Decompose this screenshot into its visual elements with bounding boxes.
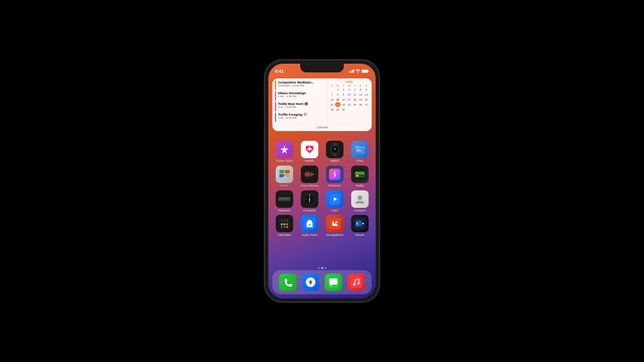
health-icon xyxy=(301,141,318,158)
work-icon xyxy=(276,166,293,183)
app-watch[interactable]: Watch xyxy=(323,141,346,163)
shortcuts-icon xyxy=(326,166,343,183)
svg-rect-29 xyxy=(311,172,312,177)
calendar-mini: JUNE S M T W T F S 1 2 3 4 xyxy=(328,78,372,124)
wallet-icon xyxy=(351,166,369,183)
app-itunes-store-label: iTunes Store xyxy=(276,159,293,163)
battery-icon xyxy=(362,69,369,73)
svg-rect-26 xyxy=(308,171,309,178)
app-shortcuts[interactable]: Shortcuts xyxy=(323,166,346,188)
svg-rect-78 xyxy=(356,221,362,227)
page-dot-3 xyxy=(325,267,326,269)
svg-rect-39 xyxy=(359,175,364,177)
calendar-widget[interactable]: Competitive Meditatio... 10:30 AM – 12:3… xyxy=(272,78,372,131)
dock-app-messages[interactable] xyxy=(325,274,342,291)
app-voice-memos[interactable]: Voice Memos xyxy=(298,166,321,188)
app-apple-store[interactable]: Apple Store xyxy=(298,215,321,237)
svg-rect-22 xyxy=(304,174,305,175)
calendar-widget-label[interactable]: Calendar xyxy=(272,124,372,131)
svg-rect-1 xyxy=(362,70,368,72)
app-imovie-label: iMovie xyxy=(355,233,364,237)
phone-screen: 9:41 xyxy=(268,64,376,298)
app-wallet[interactable]: Wallet xyxy=(348,166,372,188)
calendar-event: Truffle Foraging 🍄 5:30 – 6:45 PM xyxy=(275,113,325,122)
messages-icon xyxy=(325,274,342,291)
svg-point-90 xyxy=(353,284,355,286)
app-imovie[interactable]: iMovie xyxy=(348,215,372,237)
svg-rect-17 xyxy=(279,174,284,177)
svg-rect-7 xyxy=(333,154,336,156)
app-garageband-label: GarageBand xyxy=(326,233,343,237)
svg-rect-23 xyxy=(305,173,306,176)
voice-memos-icon xyxy=(301,166,318,183)
svg-rect-45 xyxy=(285,197,285,200)
svg-point-57 xyxy=(309,198,310,200)
svg-point-91 xyxy=(357,283,359,285)
svg-rect-43 xyxy=(282,197,282,200)
page-dot-1 xyxy=(318,267,320,269)
app-itunes-store[interactable]: iTunes Store xyxy=(272,141,296,163)
dock-app-safari[interactable] xyxy=(302,274,319,291)
app-files[interactable]: Files xyxy=(348,141,372,163)
svg-rect-31 xyxy=(313,174,314,175)
svg-rect-25 xyxy=(307,172,308,176)
dock-app-music[interactable] xyxy=(347,274,365,291)
dock xyxy=(272,270,372,294)
imovie-icon xyxy=(351,215,369,232)
svg-rect-2 xyxy=(368,70,369,72)
calendar-event: Competitive Meditatio... 10:30 AM – 12:3… xyxy=(275,80,325,90)
app-health[interactable]: Health xyxy=(298,141,321,163)
svg-rect-30 xyxy=(312,173,313,176)
status-icons xyxy=(349,69,369,73)
app-contacts-label: Contacts xyxy=(354,209,366,213)
music-icon xyxy=(347,274,365,291)
garageband-icon xyxy=(326,215,343,232)
app-apple-store-label: Apple Store xyxy=(302,233,317,237)
app-measure[interactable]: Measure xyxy=(272,190,296,213)
svg-point-65 xyxy=(281,223,283,225)
phone-device: 9:41 xyxy=(265,60,379,302)
watch-icon xyxy=(326,141,343,158)
app-clips[interactable]: Clips xyxy=(323,190,346,213)
calendar-events: Competitive Meditatio... 10:30 AM – 12:3… xyxy=(272,78,328,124)
app-compass[interactable]: N E S W Compass xyxy=(298,190,321,213)
apple-store-icon xyxy=(301,215,318,232)
svg-point-67 xyxy=(286,223,288,225)
svg-rect-14 xyxy=(357,150,361,151)
app-calculator[interactable]: 0 Calculator xyxy=(272,215,296,237)
app-clips-label: Clips xyxy=(331,209,338,213)
dock-app-phone[interactable] xyxy=(279,274,297,291)
itunes-store-icon xyxy=(276,141,293,158)
app-work[interactable]: Work xyxy=(272,166,296,188)
calendar-event: Hikaru Dorodango 1:30 – 2:15 PM xyxy=(275,91,325,101)
app-garageband[interactable]: GarageBand xyxy=(323,215,346,237)
svg-rect-27 xyxy=(309,173,310,176)
svg-rect-32 xyxy=(314,174,315,175)
svg-rect-74 xyxy=(309,224,310,226)
page-dots xyxy=(268,267,376,269)
svg-rect-46 xyxy=(286,197,286,199)
svg-rect-89 xyxy=(351,277,362,288)
contacts-icon xyxy=(351,190,369,208)
svg-point-69 xyxy=(283,226,285,228)
app-measure-label: Measure xyxy=(278,209,290,213)
svg-point-76 xyxy=(335,221,337,223)
svg-marker-3 xyxy=(280,145,288,154)
svg-point-66 xyxy=(283,223,285,225)
app-work-label: Work xyxy=(281,184,288,188)
svg-rect-6 xyxy=(333,143,336,145)
svg-rect-36 xyxy=(355,172,365,174)
files-icon xyxy=(351,141,369,158)
svg-point-70 xyxy=(286,226,288,228)
app-calculator-label: Calculator xyxy=(277,233,291,237)
svg-rect-16 xyxy=(285,170,289,173)
svg-rect-47 xyxy=(287,197,288,200)
notch xyxy=(300,64,344,72)
app-grid: iTunes Store Health xyxy=(272,141,372,237)
calendar-event: Teddy Bear Hunt 🐻 3:30 – 4:30 PM xyxy=(275,102,325,111)
svg-rect-15 xyxy=(279,170,284,173)
app-compass-label: Compass xyxy=(303,209,316,213)
calculator-icon: 0 xyxy=(276,215,293,232)
safari-icon xyxy=(302,274,319,291)
app-contacts[interactable]: Contacts xyxy=(348,190,372,213)
